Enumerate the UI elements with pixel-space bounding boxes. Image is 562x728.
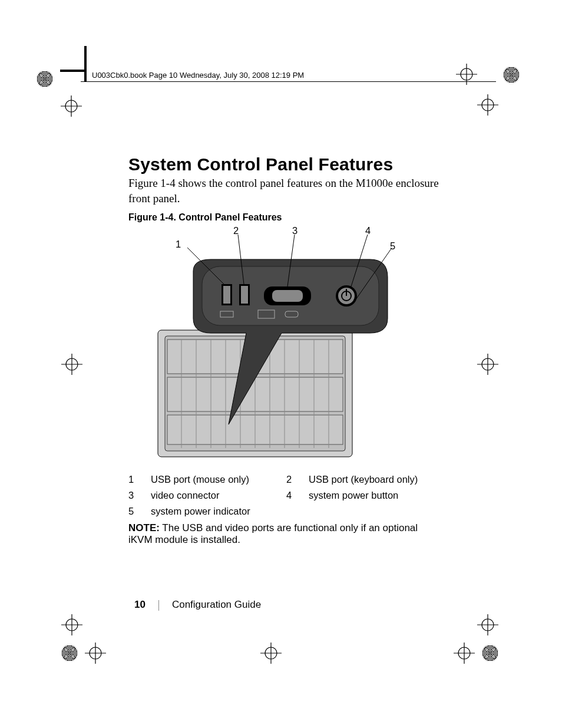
note-body: The USB and video ports are functional o… [128,522,418,545]
figure-illustration: 1 2 3 4 5 [146,230,399,466]
svg-rect-37 [241,286,248,304]
legend-num: 3 [128,487,151,503]
footer-divider [158,600,159,611]
registration-dot-icon [37,71,53,87]
registration-mark-icon [477,354,498,375]
legend-row: 1 USB port (mouse only) 2 USB port (keyb… [128,472,444,487]
svg-rect-39 [272,290,303,302]
legend-row: 3 video connector 4 system power button [128,487,444,503]
svg-rect-3 [84,46,87,81]
running-header: U003Cbk0.book Page 10 Wednesday, July 30… [92,71,304,80]
legend-text: USB port (mouse only) [151,472,286,487]
figure-legend: 1 USB port (mouse only) 2 USB port (keyb… [128,472,444,519]
manual-page: U003Cbk0.book Page 10 Wednesday, July 30… [0,0,562,728]
legend-num: 4 [286,487,309,503]
callout-4: 4 [365,225,371,236]
registration-dot-icon [503,67,520,83]
registration-mark-icon [260,643,282,664]
registration-mark-icon [454,643,475,664]
registration-mark-icon [61,95,82,117]
legend-num: 1 [128,472,151,487]
registration-dot-icon [61,645,78,661]
header-rule [81,81,496,82]
callout-5: 5 [390,241,395,252]
svg-rect-4 [60,70,85,72]
section-heading: System Control Panel Features [128,154,393,174]
legend-text: USB port (keyboard only) [309,472,444,487]
registration-mark-icon [477,614,498,635]
note-label: NOTE: [128,522,160,533]
registration-mark-icon [61,614,82,635]
legend-num: 2 [286,472,309,487]
intro-paragraph: Figure 1-4 shows the control panel featu… [128,176,452,206]
legend-text: system power indicator [151,503,286,519]
callout-2: 2 [233,225,239,236]
page-footer: 10 Configuration Guide [134,599,261,611]
legend-text: system power button [309,487,444,503]
section-name: Configuration Guide [172,599,261,610]
registration-mark-icon [61,354,82,375]
svg-point-41 [305,293,310,299]
svg-rect-35 [223,286,230,304]
registration-mark-icon [477,94,498,116]
page-number: 10 [134,599,146,610]
callout-1: 1 [176,239,181,250]
registration-mark-icon [85,643,106,664]
legend-num: 5 [128,503,151,519]
figure-caption: Figure 1-4. Control Panel Features [128,212,282,223]
registration-bar-icon [84,46,87,81]
legend-text: video connector [151,487,286,503]
svg-point-40 [265,293,270,299]
legend-row: 5 system power indicator [128,503,444,519]
callout-3: 3 [292,225,297,236]
registration-dot-icon [482,645,498,661]
registration-bar-icon [60,70,85,72]
note-block: NOTE: The USB and video ports are functi… [128,522,438,546]
